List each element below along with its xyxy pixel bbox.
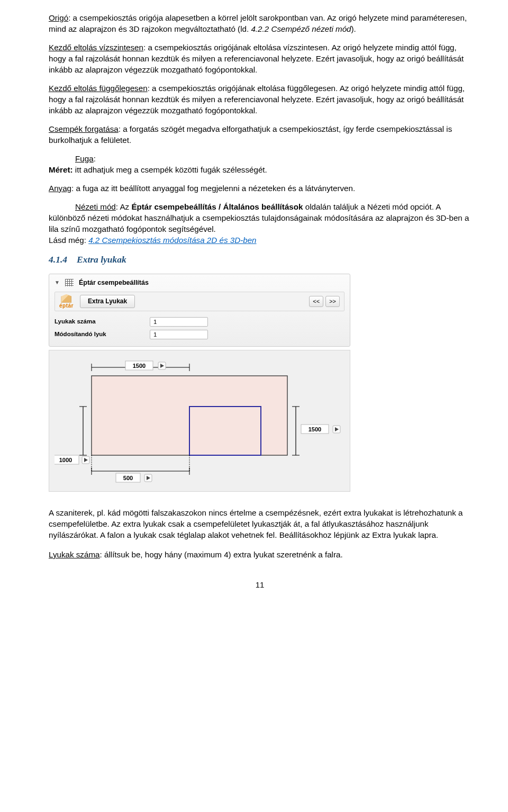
para-fuga-head: Fuga: <box>49 154 471 165</box>
term-origo: Origó <box>49 13 68 22</box>
para-lyukak-szama: Lyukak száma: állítsuk be, hogy hány (ma… <box>49 549 471 561</box>
input-lyukak-szama[interactable] <box>150 317 208 327</box>
dim-top-value: 1500 <box>133 363 146 369</box>
panel-title: Éptár csempebeállítás <box>79 278 149 287</box>
para-kezdo-fug: Kezdő eltolás függőlegesen: a csempekios… <box>49 83 471 116</box>
lasd-meg-txt: Lásd még: <box>49 236 88 245</box>
label-lyukak-szama: Lyukak száma <box>55 318 150 326</box>
para-lyukak-szama-rest: : állítsuk be, hogy hány (maximum 4) ext… <box>100 550 343 559</box>
para-meret-rest: itt adhatjuk meg a csempék közötti fugák… <box>73 165 267 174</box>
term-nezeti: Nézeti mód <box>75 202 116 211</box>
lasd-meg-link[interactable]: 4.2 Csempekiosztás módosítása 2D és 3D-b… <box>88 236 256 245</box>
dim-top: 1500 <box>92 361 189 371</box>
dim-right-value: 1500 <box>309 426 321 432</box>
hole-diagram: 1500 1500 1000 <box>49 350 350 492</box>
para-nezeti: Nézeti mód: Az Éptár csempebeállítás / Á… <box>49 202 471 235</box>
panel-midbar: éptár Extra Lyukak << >> <box>55 292 344 311</box>
term-forgatas: Csempék forgatása <box>49 124 119 133</box>
dim-right: 1500 <box>292 407 340 455</box>
para-szaniter: A szaniterek, pl. kád mögötti falszakasz… <box>49 508 471 541</box>
section-title: Extra lyukak <box>77 254 126 265</box>
term-kezdo-fug: Kezdő eltolás függőlegesen <box>49 84 148 93</box>
para-kezdo-viz: Kezdő eltolás vízszintesen: a csempekios… <box>49 42 471 76</box>
dim-left: 1000 <box>55 407 89 464</box>
logo-cube-icon <box>61 294 71 303</box>
tab-extra-lyukak[interactable]: Extra Lyukak <box>80 295 135 308</box>
term-meret: Méret: <box>49 165 73 174</box>
input-modositando-lyuk[interactable] <box>150 330 208 339</box>
collapse-icon[interactable]: ▼ <box>55 279 60 286</box>
diagram-svg: 1500 1500 1000 <box>55 357 344 484</box>
nav-next-button[interactable]: >> <box>325 296 340 307</box>
para-origo-ref: 4.2.2 Csempéző nézeti mód <box>251 24 351 33</box>
para-meret: Méret: itt adhatjuk meg a csempék között… <box>49 165 471 176</box>
term-kezdo-viz: Kezdő eltolás vízszintesen <box>49 43 143 52</box>
dim-bottom-value: 500 <box>123 475 133 481</box>
para-lasd-meg: Lásd még: 4.2 Csempekiosztás módosítása … <box>49 235 471 246</box>
eptar-logo: éptár <box>59 294 74 309</box>
section-heading: 4.1.4Extra lyukak <box>49 253 471 266</box>
section-num: 4.1.4 <box>49 254 67 265</box>
panel-header[interactable]: ▼ Éptár csempebeállítás <box>55 277 344 291</box>
para-origo: Origó: a csempekiosztás origója alapeset… <box>49 13 471 35</box>
dim-bottom: 500 <box>92 455 189 482</box>
nav-prev-button[interactable]: << <box>309 296 323 307</box>
grid-icon <box>65 279 74 286</box>
field-modositando-lyuk: Módosítandó lyuk <box>55 328 344 341</box>
term-fuga: Fuga <box>75 154 94 163</box>
panel-nav: << >> <box>309 296 340 307</box>
term-lyukak-szama: Lyukak száma <box>49 550 100 559</box>
para-nezeti-bold: Éptár csempebeállítás / Általános beállí… <box>131 202 303 211</box>
field-lyukak-szama: Lyukak száma <box>55 315 344 328</box>
label-modositando-lyuk: Módosítandó lyuk <box>55 330 150 339</box>
para-origo-after: ). <box>351 24 356 33</box>
dim-left-value: 1000 <box>59 457 72 463</box>
para-anyag: Anyag: a fuga az itt beállított anyaggal… <box>49 183 471 194</box>
page-number: 11 <box>49 580 471 591</box>
logo-text: éptár <box>59 303 74 309</box>
settings-panel: ▼ Éptár csempebeállítás éptár Extra Lyuk… <box>49 274 350 347</box>
term-anyag: Anyag <box>49 184 71 193</box>
para-anyag-rest: : a fuga az itt beállított anyaggal fog … <box>71 184 355 193</box>
para-nezeti-before: : Az <box>116 202 132 211</box>
para-forgatas: Csempék forgatása: a forgatás szögét meg… <box>49 124 471 146</box>
